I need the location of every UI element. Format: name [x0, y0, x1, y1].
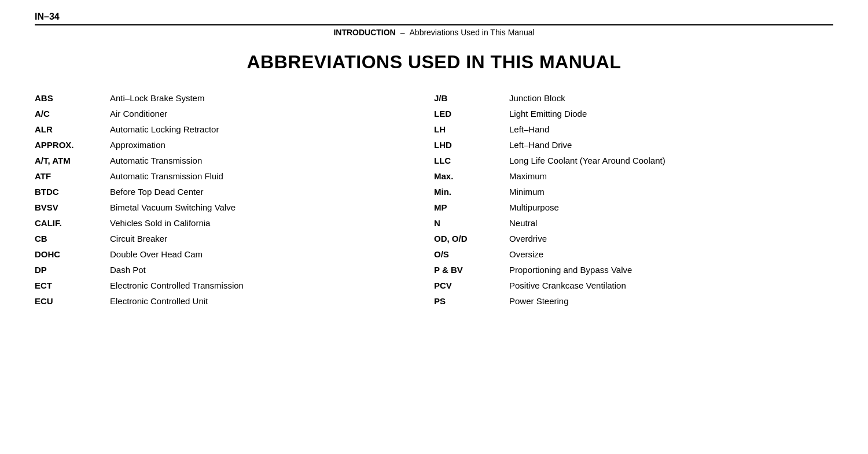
abbreviation-code: LH [434, 124, 509, 134]
abbreviation-definition: Double Over Head Cam [110, 249, 434, 259]
abbreviation-definition: Dash Pot [110, 265, 434, 275]
list-item: DOHCDouble Over Head Cam [35, 246, 434, 262]
list-item: MPMultipurpose [434, 200, 833, 215]
abbreviation-definition: Circuit Breaker [110, 234, 434, 243]
list-item: LHDLeft–Hand Drive [434, 137, 833, 153]
list-item: LEDLight Emitting Diode [434, 106, 833, 121]
list-item: P & BVProportioning and Bypass Valve [434, 262, 833, 278]
list-item: ECUElectronic Controlled Unit [35, 293, 434, 309]
abbreviation-definition: Anti–Lock Brake System [110, 93, 434, 103]
page-number: IN–34 [35, 12, 833, 22]
abbreviation-definition: Electronic Controlled Transmission [110, 280, 434, 290]
list-item: APPROX.Approximation [35, 137, 434, 153]
list-item: CALIF.Vehicles Sold in California [35, 215, 434, 231]
abbreviation-definition: Left–Hand Drive [509, 140, 833, 150]
list-item: LLCLong Life Coolant (Year Around Coolan… [434, 153, 833, 168]
abbreviation-definition: Bimetal Vacuum Switching Valve [110, 202, 434, 212]
abbreviation-definition: Vehicles Sold in California [110, 218, 434, 228]
header-subtitle: Abbreviations Used in This Manual [410, 28, 535, 37]
abbreviation-definition: Air Conditioner [110, 109, 434, 119]
list-item: Min.Minimum [434, 184, 833, 200]
list-item: A/T, ATMAutomatic Transmission [35, 153, 434, 168]
abbreviation-definition: Electronic Controlled Unit [110, 296, 434, 306]
list-item: BTDCBefore Top Dead Center [35, 184, 434, 200]
abbreviation-definition: Automatic Transmission Fluid [110, 171, 434, 181]
abbreviation-code: LHD [434, 140, 509, 150]
abbreviation-code: OD, O/D [434, 234, 509, 243]
abbreviation-code: BTDC [35, 187, 110, 197]
list-item: Max.Maximum [434, 168, 833, 184]
abbreviation-definition: Junction Block [509, 93, 833, 103]
left-column: ABSAnti–Lock Brake SystemA/CAir Conditio… [35, 90, 434, 309]
abbreviation-definition: Proportioning and Bypass Valve [509, 265, 833, 275]
list-item: CBCircuit Breaker [35, 231, 434, 246]
abbreviation-definition: Automatic Locking Retractor [110, 124, 434, 134]
abbreviation-code: MP [434, 202, 509, 212]
abbreviation-code: P & BV [434, 265, 509, 275]
abbreviation-code: N [434, 218, 509, 228]
abbreviation-definition: Neutral [509, 218, 833, 228]
abbreviation-definition: Light Emitting Diode [509, 109, 833, 119]
abbreviation-code: Min. [434, 187, 509, 197]
list-item: BVSVBimetal Vacuum Switching Valve [35, 200, 434, 215]
abbreviation-code: LED [434, 109, 509, 119]
abbreviation-code: CALIF. [35, 218, 110, 228]
list-item: PCVPositive Crankcase Ventilation [434, 278, 833, 293]
abbreviation-definition: Left–Hand [509, 124, 833, 134]
right-column: J/BJunction BlockLEDLight Emitting Diode… [434, 90, 833, 309]
abbreviation-definition: Oversize [509, 249, 833, 259]
list-item: ECTElectronic Controlled Transmission [35, 278, 434, 293]
abbreviation-definition: Power Steering [509, 296, 833, 306]
abbreviation-code: PCV [434, 280, 509, 290]
abbreviation-definition: Overdrive [509, 234, 833, 243]
abbreviation-definition: Maximum [509, 171, 833, 181]
abbreviation-definition: Positive Crankcase Ventilation [509, 280, 833, 290]
abbreviation-code: APPROX. [35, 140, 110, 150]
abbreviation-definition: Multipurpose [509, 202, 833, 212]
main-title: ABBREVIATIONS USED IN THIS MANUAL [35, 51, 833, 73]
abbreviation-code: ATF [35, 171, 110, 181]
header-line: INTRODUCTION – Abbreviations Used in Thi… [35, 24, 833, 37]
header-dash: – [400, 28, 405, 37]
list-item: A/CAir Conditioner [35, 106, 434, 121]
abbreviation-code: A/C [35, 109, 110, 119]
list-item: OD, O/DOverdrive [434, 231, 833, 246]
list-item: LHLeft–Hand [434, 121, 833, 137]
abbreviation-definition: Before Top Dead Center [110, 187, 434, 197]
list-item: ABSAnti–Lock Brake System [35, 90, 434, 106]
abbreviation-code: ABS [35, 93, 110, 103]
abbreviation-code: ALR [35, 124, 110, 134]
list-item: O/SOversize [434, 246, 833, 262]
page-container: IN–34 INTRODUCTION – Abbreviations Used … [0, 0, 868, 326]
list-item: DPDash Pot [35, 262, 434, 278]
abbreviation-code: BVSV [35, 202, 110, 212]
abbreviation-code: DP [35, 265, 110, 275]
abbreviation-code: LLC [434, 156, 509, 165]
list-item: PSPower Steering [434, 293, 833, 309]
list-item: ALRAutomatic Locking Retractor [35, 121, 434, 137]
header-section: INTRODUCTION [333, 28, 395, 37]
abbreviation-code: Max. [434, 171, 509, 181]
abbreviation-definition: Long Life Coolant (Year Around Coolant) [509, 156, 833, 165]
abbreviation-definition: Approximation [110, 140, 434, 150]
list-item: ATFAutomatic Transmission Fluid [35, 168, 434, 184]
abbreviation-code: O/S [434, 249, 509, 259]
abbreviation-code: PS [434, 296, 509, 306]
abbreviation-code: J/B [434, 93, 509, 103]
list-item: NNeutral [434, 215, 833, 231]
abbreviation-code: ECT [35, 280, 110, 290]
abbreviation-definition: Automatic Transmission [110, 156, 434, 165]
abbreviation-code: CB [35, 234, 110, 243]
abbreviation-code: DOHC [35, 249, 110, 259]
abbreviation-definition: Minimum [509, 187, 833, 197]
abbreviations-table: ABSAnti–Lock Brake SystemA/CAir Conditio… [35, 90, 833, 309]
list-item: J/BJunction Block [434, 90, 833, 106]
abbreviation-code: ECU [35, 296, 110, 306]
abbreviation-code: A/T, ATM [35, 156, 110, 165]
